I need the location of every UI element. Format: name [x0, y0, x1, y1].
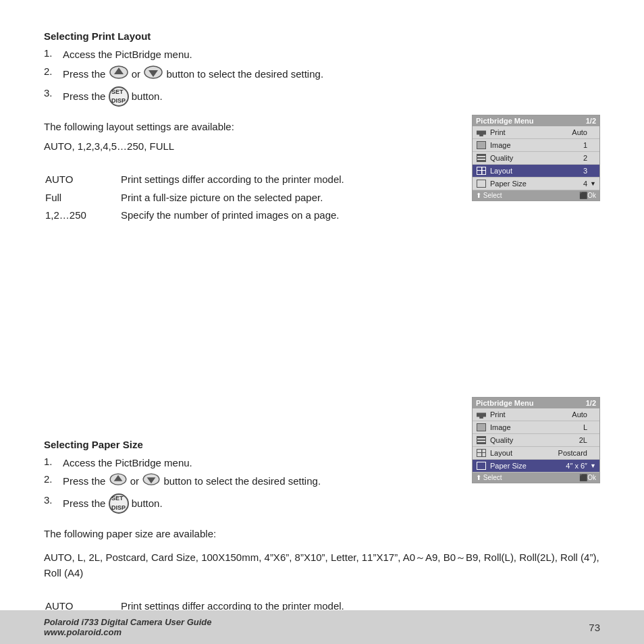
menu-row-image-2: Image L	[473, 421, 599, 434]
def-row: 1,2…250 Specify the number of printed im…	[45, 207, 599, 224]
menu-footer-left: ⬆ Select	[476, 192, 502, 199]
menu-arrow: ▼	[590, 180, 597, 187]
step1-2: 2. Press the or but	[44, 65, 600, 85]
menu-value: 4	[560, 180, 587, 188]
menu-box-2: Pictbridge Menu 1/2 Print Auto Image L Q…	[472, 397, 600, 483]
menu-label: Layout	[490, 167, 558, 175]
menu-row-image: Image 1	[473, 139, 599, 152]
menu-page: 1/2	[586, 117, 596, 125]
print-icon	[475, 410, 487, 419]
menu-row-papersize-2: Paper Size 4″ x 6″ ▼	[473, 460, 599, 473]
menu-value: Postcard	[558, 449, 587, 457]
papersize-icon	[475, 461, 487, 471]
step-num: 1.	[44, 47, 57, 59]
menu-row-print: Print Auto	[473, 126, 599, 139]
step-text: Access the PictBridge menu.	[63, 456, 192, 471]
step-num: 2.	[44, 65, 57, 77]
menu-value: Auto	[560, 410, 587, 419]
footer-line2: www.polaroid.com	[44, 627, 212, 637]
menu-row-quality-2: Quality 2L	[473, 434, 599, 447]
print-icon	[475, 128, 487, 137]
menu-label: Paper Size	[490, 180, 558, 188]
menu-footer: ⬆ Select ⬛Ok	[473, 190, 599, 200]
def-term: AUTO	[45, 171, 119, 188]
step-num: 3.	[44, 87, 57, 99]
step1-3: 3. Press the SETDISP button.	[44, 87, 600, 107]
quality-icon	[475, 153, 487, 163]
para-section2-1: The following paper size are available:	[44, 527, 600, 542]
def-description: Specify the number of printed images on …	[121, 207, 599, 224]
footer-text-block: Polaroid i733 Digital Camera User Guide …	[44, 617, 212, 637]
menu-label: Quality	[490, 436, 558, 444]
menu-label: Image	[490, 423, 558, 431]
down-nav-icon	[142, 473, 161, 491]
menu-title: Pictbridge Menu	[476, 117, 534, 125]
menu-label: Image	[490, 141, 558, 149]
step-num: 1.	[44, 456, 57, 467]
step-text: Press the SETDISP button.	[63, 87, 163, 107]
image-icon	[475, 423, 487, 432]
page-number: 73	[589, 622, 600, 633]
menu-footer-right: ⬛Ok	[579, 192, 596, 199]
up-nav-icon	[109, 473, 128, 491]
menu-value: Auto	[560, 128, 587, 136]
menu-arrow: ▼	[590, 462, 597, 469]
layout-icon	[475, 166, 487, 176]
footer-line1: Polaroid i733 Digital Camera User Guide	[44, 617, 212, 627]
step1-1: 1. Access the PictBridge menu.	[44, 47, 600, 63]
menu-label: Layout	[490, 449, 556, 457]
menu-value: L	[560, 423, 587, 431]
menu-header: Pictbridge Menu 1/2	[473, 115, 599, 126]
menu-label: Quality	[490, 154, 558, 162]
step-num: 3.	[44, 494, 57, 506]
set-disp-button-icon: SETDISP	[109, 493, 129, 514]
def-term: Full	[45, 190, 119, 207]
papersize-icon	[475, 179, 487, 188]
menu-row-layout: Layout 3	[473, 165, 599, 178]
menu-page-2: 1/2	[586, 399, 596, 407]
def-term: 1,2…250	[45, 207, 119, 224]
image-icon	[475, 140, 487, 150]
menu-footer-2: ⬆ Select ⬛Ok	[473, 473, 599, 483]
page-content: Selecting Print Layout 1. Access the Pic…	[0, 0, 644, 639]
menu-footer-right-2: ⬛Ok	[579, 474, 596, 481]
section1-title: Selecting Print Layout	[44, 30, 600, 42]
down-nav-icon	[143, 65, 163, 84]
up-nav-icon	[109, 65, 129, 84]
menu-value: 1	[560, 141, 587, 149]
menu-label: Print	[490, 128, 558, 136]
menu-row-papersize: Paper Size 4 ▼	[473, 178, 599, 190]
step-text: Access the PictBridge menu.	[63, 47, 192, 63]
menu-value: 3	[560, 167, 587, 175]
menu-header-2: Pictbridge Menu 1/2	[473, 398, 599, 408]
menu-row-print-2: Print Auto	[473, 408, 599, 421]
menu-footer-left-2: ⬆ Select	[476, 474, 502, 481]
menu-value: 4″ x 6″	[560, 462, 587, 470]
menu-value: 2	[560, 154, 587, 162]
page-footer: Polaroid i733 Digital Camera User Guide …	[0, 610, 644, 644]
menu-row-quality: Quality 2	[473, 152, 599, 165]
step-text: Press the or button to select the	[63, 65, 323, 85]
menu-value: 2L	[560, 436, 587, 444]
menu-title-2: Pictbridge Menu	[476, 399, 534, 407]
para-section2-2: AUTO, L, 2L, Postcard, Card Size, 100X15…	[44, 550, 600, 581]
step-text: Press the SETDISP button.	[63, 494, 163, 514]
step-num: 2.	[44, 473, 57, 485]
layout-icon	[475, 448, 487, 458]
menu-box-1: Pictbridge Menu 1/2 Print Auto Image 1 Q…	[472, 115, 600, 201]
quality-icon	[475, 435, 487, 445]
set-disp-button-icon: SETDISP	[109, 86, 129, 107]
menu-row-layout-2: Layout Postcard	[473, 447, 599, 460]
menu-label: Print	[490, 410, 558, 419]
menu-label: Paper Size	[490, 462, 558, 470]
step2-3: 3. Press the SETDISP button.	[44, 494, 600, 514]
step-text: Press the or button to select the desire…	[63, 473, 321, 491]
